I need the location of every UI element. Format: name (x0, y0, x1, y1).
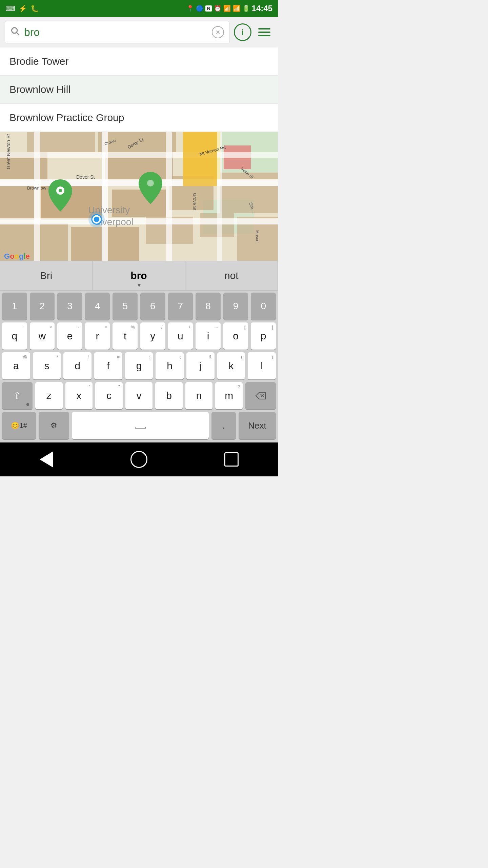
keyboard-row-zxcv: ⇧ z 'x "c v b n ?m (0, 382, 278, 409)
key-2[interactable]: 2 (30, 293, 55, 320)
key-y[interactable]: /y (140, 322, 165, 350)
recents-icon (224, 452, 239, 467)
key-q[interactable]: +q (2, 322, 27, 350)
key-u[interactable]: \u (168, 322, 193, 350)
svg-rect-27 (102, 132, 108, 261)
search-input[interactable] (24, 26, 208, 39)
wifi-icon: 📶 (223, 5, 231, 12)
svg-point-45 (59, 189, 62, 192)
key-e[interactable]: ÷e (57, 322, 82, 350)
gear-key[interactable]: ⚙ (39, 412, 69, 439)
key-p[interactable]: ]p (251, 322, 276, 350)
key-g[interactable]: :g (125, 352, 153, 379)
svg-text:Google: Google (4, 252, 30, 260)
key-0[interactable]: 0 (251, 293, 276, 320)
key-3[interactable]: 3 (57, 293, 82, 320)
word-suggestion-right[interactable]: not (185, 261, 278, 290)
status-icons-right: 📍 🔵 N ⏰ 📶 📶 🔋 14:45 (186, 4, 272, 13)
key-d[interactable]: !d (63, 352, 92, 379)
status-bar: ⌨ ⚡ 🐛 📍 🔵 N ⏰ 📶 📶 🔋 14:45 (0, 0, 278, 17)
home-icon (130, 451, 147, 468)
key-w[interactable]: ×w (30, 322, 55, 350)
search-bar: i (0, 17, 278, 47)
key-l[interactable]: )l (248, 352, 276, 379)
chevron-down-icon: ▾ (138, 281, 141, 289)
bug-icon: 🐛 (30, 4, 39, 13)
key-7[interactable]: 7 (168, 293, 193, 320)
search-input-container[interactable] (5, 21, 230, 43)
usb-icon: ⚡ (19, 4, 27, 13)
delete-key[interactable] (245, 382, 276, 409)
map-area[interactable]: Great Newton St Brownlow Hill Derby St C… (0, 132, 278, 261)
status-time: 14:45 (252, 4, 272, 13)
svg-rect-25 (0, 218, 278, 224)
key-r[interactable]: =r (85, 322, 110, 350)
keyboard-row-numbers: 1 2 3 4 5 6 7 8 9 0 (0, 293, 278, 320)
keyboard-row-qwerty: +q ×w ÷e =r %t /y \u ~i [o ]p (0, 322, 278, 350)
key-9[interactable]: 9 (223, 293, 248, 320)
key-o[interactable]: [o (223, 322, 248, 350)
suggestion-item[interactable]: Brownlow Hill (0, 76, 278, 104)
key-5[interactable]: 5 (113, 293, 138, 320)
alarm-icon: ⏰ (214, 5, 221, 12)
signal-icon: 📶 (233, 5, 240, 12)
svg-text:Mason: Mason (255, 230, 260, 242)
key-4[interactable]: 4 (85, 293, 110, 320)
word-suggestions-bar: Bri bro not ▾ (0, 261, 278, 291)
bluetooth-icon: 🔵 (196, 5, 203, 12)
info-button[interactable]: i (234, 23, 251, 41)
suggestions-list: Brodie Tower Brownlow Hill Brownlow Prac… (0, 47, 278, 132)
svg-point-0 (12, 27, 17, 33)
suggestion-item[interactable]: Brodie Tower (0, 47, 278, 76)
key-s[interactable]: *s (33, 352, 61, 379)
key-b[interactable]: b (155, 382, 183, 409)
svg-text:Dover St: Dover St (76, 174, 95, 180)
keyboard-row-bottom: 😊1# ⚙ . Next (0, 412, 278, 439)
svg-line-1 (17, 33, 19, 35)
key-m[interactable]: ?m (215, 382, 243, 409)
shift-key[interactable]: ⇧ (2, 382, 33, 409)
key-f[interactable]: #f (94, 352, 122, 379)
next-key[interactable]: Next (239, 412, 276, 439)
home-button[interactable] (125, 446, 152, 473)
key-8[interactable]: 8 (196, 293, 221, 320)
key-z[interactable]: z (35, 382, 63, 409)
period-key[interactable]: . (211, 412, 236, 439)
back-button[interactable] (33, 446, 60, 473)
keyboard-row-asdf: @a *s !d #f :g ;h &j (k )l (0, 352, 278, 379)
nfc-icon: N (205, 5, 211, 12)
svg-rect-17 (220, 173, 278, 213)
key-t[interactable]: %t (113, 322, 138, 350)
svg-text:Great Newton St: Great Newton St (6, 134, 11, 169)
menu-icon (258, 35, 270, 36)
key-h[interactable]: ;h (156, 352, 184, 379)
svg-point-46 (147, 180, 154, 186)
key-n[interactable]: n (185, 382, 213, 409)
emoji-key[interactable]: 😊1# (2, 412, 36, 439)
keyboard-icon: ⌨ (5, 4, 15, 13)
clear-button[interactable] (212, 26, 224, 38)
navigation-bar (0, 442, 278, 476)
word-suggestion-left[interactable]: Bri (0, 261, 93, 290)
svg-rect-26 (34, 132, 40, 261)
search-icon (11, 26, 20, 38)
space-key[interactable] (72, 412, 209, 439)
key-a[interactable]: @a (2, 352, 30, 379)
key-1[interactable]: 1 (2, 293, 27, 320)
recents-button[interactable] (218, 446, 245, 473)
key-k[interactable]: (k (217, 352, 245, 379)
suggestion-item[interactable]: Brownlow Practice Group (0, 104, 278, 132)
svg-rect-24 (0, 152, 278, 158)
location-icon: 📍 (186, 5, 194, 12)
keyboard: 1 2 3 4 5 6 7 8 9 0 +q ×w ÷e =r %t /y \u… (0, 291, 278, 442)
key-v[interactable]: v (125, 382, 153, 409)
key-x[interactable]: 'x (65, 382, 93, 409)
menu-button[interactable] (256, 23, 273, 41)
key-c[interactable]: "c (95, 382, 123, 409)
svg-point-49 (94, 217, 99, 222)
key-j[interactable]: &j (186, 352, 215, 379)
svg-rect-28 (166, 132, 172, 261)
key-i[interactable]: ~i (196, 322, 221, 350)
svg-rect-10 (0, 186, 34, 220)
key-6[interactable]: 6 (140, 293, 165, 320)
